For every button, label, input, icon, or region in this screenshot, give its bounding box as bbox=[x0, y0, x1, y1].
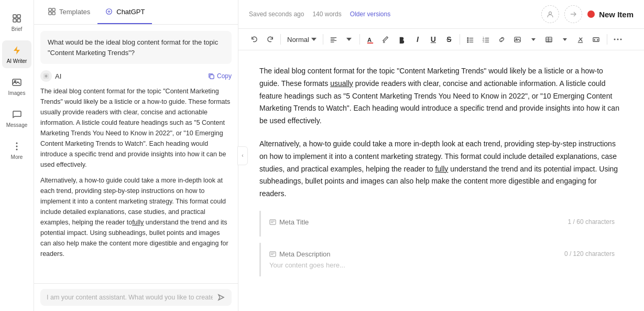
new-item-button[interactable]: New Item bbox=[587, 10, 634, 19]
sidebar-item-more[interactable]: More bbox=[2, 136, 31, 164]
toolbar-divider-2 bbox=[323, 34, 323, 45]
highlight-button[interactable] bbox=[379, 32, 394, 47]
svg-rect-3 bbox=[17, 19, 20, 22]
new-item-label: New Item bbox=[599, 10, 634, 19]
svg-rect-36 bbox=[515, 37, 520, 41]
italic-button[interactable]: I bbox=[410, 32, 425, 47]
topbar-left: Saved seconds ago 140 words Older versio… bbox=[249, 10, 390, 18]
svg-point-26 bbox=[467, 39, 468, 40]
text-color-button[interactable]: A bbox=[363, 32, 378, 47]
bold-button[interactable] bbox=[395, 32, 409, 47]
redo-button[interactable] bbox=[263, 32, 277, 47]
sidebar-item-images[interactable]: Images bbox=[2, 72, 31, 100]
toolbar-divider-4 bbox=[460, 34, 460, 45]
numbered-list-button[interactable]: 1. 2. 3. bbox=[479, 32, 494, 47]
meta-title-header: Meta Title 1 / 60 characters bbox=[269, 218, 615, 226]
templates-icon bbox=[48, 7, 56, 16]
svg-text:3.: 3. bbox=[483, 40, 485, 43]
strikethrough-button[interactable]: S bbox=[442, 32, 456, 47]
sidebar-item-images-label: Images bbox=[8, 90, 26, 96]
table-button[interactable] bbox=[542, 32, 556, 47]
align-right-button[interactable] bbox=[342, 32, 356, 47]
ai-response-text: The ideal blog content format for the to… bbox=[40, 86, 232, 259]
word-count: 140 words bbox=[312, 10, 341, 18]
source-button[interactable] bbox=[589, 32, 604, 47]
new-item-dot bbox=[587, 10, 595, 18]
share-icon-button[interactable] bbox=[564, 5, 582, 23]
editor-toolbar: Normal A bbox=[238, 29, 644, 50]
clear-format-button[interactable] bbox=[573, 32, 588, 47]
sidebar-item-brief[interactable]: Brief bbox=[2, 8, 31, 36]
image-menu-button[interactable] bbox=[526, 32, 541, 47]
underline-button[interactable]: U bbox=[426, 32, 441, 47]
lightning-icon bbox=[11, 45, 23, 56]
link-button[interactable] bbox=[495, 32, 509, 47]
tab-templates[interactable]: Templates bbox=[40, 0, 97, 24]
svg-point-16 bbox=[549, 12, 552, 15]
svg-rect-15 bbox=[210, 74, 214, 78]
meta-description-header: Meta Description 0 / 120 characters bbox=[269, 250, 615, 258]
send-button[interactable] bbox=[217, 293, 225, 302]
chat-panel: Templates ChatGPT What would be the idea… bbox=[34, 0, 238, 311]
svg-point-45 bbox=[617, 39, 618, 40]
editor-paragraph-2: Alternatively, a how-to guide could take… bbox=[259, 138, 623, 200]
svg-point-8 bbox=[16, 149, 18, 151]
ai-avatar bbox=[40, 70, 52, 82]
svg-text:A: A bbox=[367, 37, 372, 43]
svg-point-28 bbox=[467, 41, 468, 42]
svg-rect-12 bbox=[52, 12, 55, 15]
user-icon-button[interactable] bbox=[541, 5, 559, 23]
tab-chatgpt-label: ChatGPT bbox=[116, 8, 145, 16]
align-group bbox=[326, 32, 356, 47]
meta-description-field: Meta Description 0 / 120 characters Your… bbox=[259, 243, 623, 276]
tab-chatgpt[interactable]: ChatGPT bbox=[97, 0, 152, 24]
editor-content[interactable]: The ideal blog content format for the to… bbox=[238, 50, 644, 311]
sidebar-item-ai-writer-label: AI Writer bbox=[7, 58, 27, 64]
image-icon bbox=[11, 77, 23, 88]
older-versions-link[interactable]: Older versions bbox=[350, 10, 390, 18]
align-left-button[interactable] bbox=[326, 32, 341, 47]
svg-rect-2 bbox=[13, 19, 16, 22]
svg-point-24 bbox=[467, 37, 468, 38]
toolbar-divider-1 bbox=[280, 34, 281, 45]
svg-rect-9 bbox=[49, 8, 51, 11]
sidebar-item-ai-writer[interactable]: AI Writer bbox=[2, 40, 31, 68]
meta-description-count: 0 / 120 characters bbox=[564, 250, 615, 258]
svg-rect-1 bbox=[17, 15, 20, 18]
meta-description-label: Meta Description bbox=[269, 250, 331, 258]
collapse-panel-button[interactable]: ‹ bbox=[237, 146, 248, 165]
image-insert-button[interactable] bbox=[510, 32, 525, 47]
sidebar-item-message-label: Message bbox=[6, 122, 28, 128]
sidebar-item-message[interactable]: Message bbox=[2, 104, 31, 132]
meta-placeholder-text: Your content goes here... bbox=[269, 261, 615, 269]
editor-topbar: Saved seconds ago 140 words Older versio… bbox=[238, 0, 644, 29]
user-message: What would be the ideal blog content for… bbox=[40, 31, 232, 64]
main-editor: Saved seconds ago 140 words Older versio… bbox=[238, 0, 644, 311]
sidebar: Brief AI Writer Images Message bbox=[0, 0, 34, 311]
ai-label: AI bbox=[40, 70, 61, 82]
svg-rect-47 bbox=[270, 220, 276, 224]
meta-title-field: Meta Title 1 / 60 characters bbox=[259, 211, 623, 237]
bullet-list-button[interactable] bbox=[463, 32, 478, 47]
more-options-button[interactable] bbox=[610, 32, 625, 47]
saved-status: Saved seconds ago bbox=[249, 10, 304, 18]
svg-rect-0 bbox=[13, 15, 16, 18]
grid-icon bbox=[11, 13, 23, 24]
style-selector[interactable]: Normal bbox=[284, 34, 320, 46]
undo-button[interactable] bbox=[247, 32, 261, 47]
chat-input-area bbox=[34, 283, 238, 311]
dots-icon bbox=[11, 141, 23, 152]
tab-templates-label: Templates bbox=[59, 8, 90, 16]
chat-messages: What would be the ideal blog content for… bbox=[34, 25, 238, 283]
message-icon bbox=[11, 109, 23, 120]
svg-rect-11 bbox=[49, 12, 51, 15]
chat-input[interactable] bbox=[47, 294, 213, 301]
copy-button[interactable]: Copy bbox=[208, 72, 232, 80]
toolbar-divider-3 bbox=[359, 34, 360, 45]
ai-message: AI Copy The ideal blog content format fo… bbox=[40, 70, 232, 259]
svg-point-44 bbox=[614, 39, 615, 40]
svg-point-6 bbox=[16, 143, 18, 144]
panel-tabs: Templates ChatGPT bbox=[34, 0, 238, 25]
table-menu-button[interactable] bbox=[558, 32, 572, 47]
editor-paragraph-1: The ideal blog content format for the to… bbox=[259, 65, 623, 127]
